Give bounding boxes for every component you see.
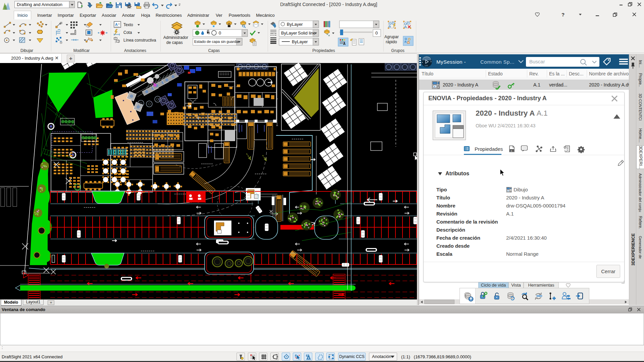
svg-text:Línea constructiva: Línea constructiva bbox=[123, 38, 156, 43]
svg-text:A: A bbox=[115, 22, 118, 26]
svg-text:?: ? bbox=[561, 12, 565, 17]
svg-text:0: 0 bbox=[375, 31, 378, 36]
svg-text:rápido: rápido bbox=[386, 40, 397, 44]
svg-text:ByLayer: ByLayer bbox=[281, 31, 297, 36]
svg-text:de capas: de capas bbox=[166, 40, 183, 45]
svg-text:Estado de capa sin guardar: Estado de capa sin guardar bbox=[194, 40, 239, 44]
svg-text:Solid line: Solid line bbox=[298, 31, 316, 36]
svg-text:A: A bbox=[343, 42, 345, 46]
svg-text:ByLayer: ByLayer bbox=[292, 39, 308, 44]
svg-text:Texto: Texto bbox=[123, 22, 133, 27]
svg-text:E: E bbox=[295, 354, 297, 357]
svg-text:c: c bbox=[511, 149, 512, 152]
svg-text:0: 0 bbox=[219, 31, 221, 36]
svg-text:Agrupar: Agrupar bbox=[384, 35, 399, 39]
svg-text:Cota: Cota bbox=[123, 30, 132, 35]
svg-text:ByLayer: ByLayer bbox=[287, 22, 303, 27]
svg-text:V.R: V.R bbox=[425, 65, 428, 67]
svg-text:Administrador: Administrador bbox=[163, 35, 188, 40]
